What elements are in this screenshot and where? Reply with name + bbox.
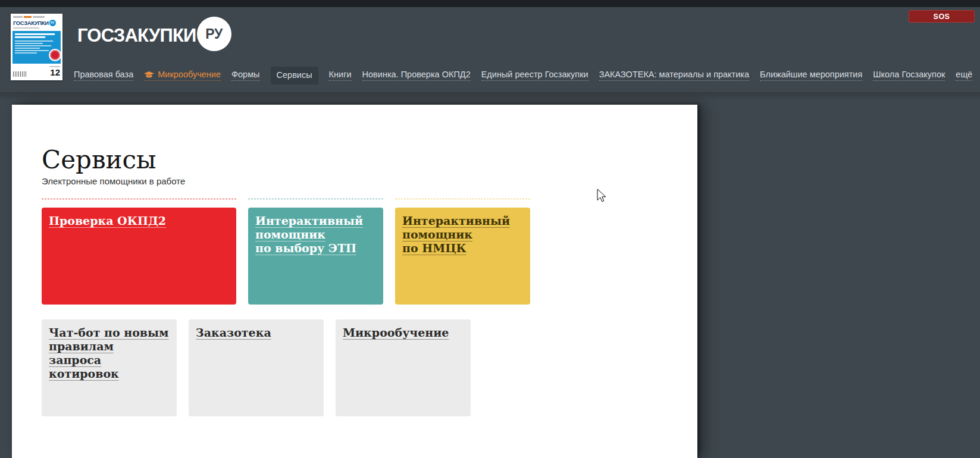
service-card-title: Чат-бот по новым правилам запроса котиро… xyxy=(49,326,169,380)
service-card-chatbot[interactable]: Чат-бот по новым правилам запроса котиро… xyxy=(42,319,177,416)
card-dash-line xyxy=(42,199,236,199)
service-card-title: Интерактивный помощник по НМЦК xyxy=(402,214,510,255)
magazine-cover[interactable]: ГОСЗАКУПКИ РУ 12 xyxy=(11,14,62,80)
cover-bottom: 12 xyxy=(13,66,60,77)
cover-blue-block xyxy=(12,31,61,64)
card-dash-line xyxy=(248,199,383,199)
service-card-title: Микрообучение xyxy=(343,326,449,339)
nav-item-unified-register[interactable]: Единый реестр Госзакупки xyxy=(481,70,588,81)
header-bottom-shadow xyxy=(0,92,980,101)
nav-item-zakazoteka[interactable]: ЗАКАЗОТЕКА: материалы и практика xyxy=(599,70,749,81)
nav-item-forms[interactable]: Формы xyxy=(231,70,260,81)
service-card-title: Заказотека xyxy=(196,326,271,339)
cover-promo-badge xyxy=(49,49,61,61)
page-title: Сервисы xyxy=(42,148,156,172)
content-panel: Сервисы Электронные помощники в работе П… xyxy=(12,105,697,458)
top-strip xyxy=(0,0,980,7)
service-card-title: Интерактивный помощник по выбору ЭТП xyxy=(255,214,363,255)
cover-masthead: ГОСЗАКУПКИ РУ xyxy=(13,20,61,26)
cover-masthead-text: ГОСЗАКУПКИ xyxy=(13,20,49,26)
sos-button[interactable]: SOS xyxy=(909,10,975,23)
service-card-title: Проверка ОКПД2 xyxy=(49,214,166,227)
service-card-zakazoteka[interactable]: Заказотека xyxy=(189,319,324,416)
service-card-microlearning[interactable]: Микрообучение xyxy=(336,319,471,416)
cover-logo-badge: РУ xyxy=(49,20,56,26)
nav-item-legal-base[interactable]: Правовая база xyxy=(74,70,133,81)
nav-item-events[interactable]: Ближайшие мероприятия xyxy=(760,70,862,81)
graduation-cap-icon xyxy=(144,71,154,79)
cover-barcode xyxy=(13,71,27,77)
card-dash-line xyxy=(395,199,530,199)
cover-issue-number: 12 xyxy=(49,68,60,77)
nav-item-services[interactable]: Сервисы xyxy=(271,67,318,85)
logo-badge: РУ xyxy=(197,17,231,51)
page: { "theme": { "body_bg": "#3e474e", "top_… xyxy=(0,0,980,458)
nav-item-label: Микрообучение xyxy=(158,70,221,80)
page-subtitle: Электронные помощники в работе xyxy=(42,176,185,186)
cover-tagline xyxy=(13,27,39,29)
nav-item-school[interactable]: Школа Госзакупок xyxy=(873,70,945,81)
cover-topline xyxy=(13,16,60,18)
service-card-etp-assistant[interactable]: Интерактивный помощник по выбору ЭТП xyxy=(248,208,383,305)
nav-item-books[interactable]: Книги xyxy=(329,70,352,81)
logo[interactable]: ГОСЗАКУПКИ РУ xyxy=(77,20,231,51)
service-card-nmck-assistant[interactable]: Интерактивный помощник по НМЦК xyxy=(395,208,530,305)
nav-item-more[interactable]: ещё xyxy=(956,70,972,81)
service-card-okpd2-check[interactable]: Проверка ОКПД2 xyxy=(42,208,236,305)
logo-text: ГОСЗАКУПКИ xyxy=(77,26,196,45)
nav-item-microlearning[interactable]: Микрообучение xyxy=(144,70,221,81)
nav-item-okpd2-check[interactable]: Новинка. Проверка ОКПД2 xyxy=(362,70,471,81)
main-nav: Правовая база Микрообучение Формы Сервис… xyxy=(74,67,972,84)
